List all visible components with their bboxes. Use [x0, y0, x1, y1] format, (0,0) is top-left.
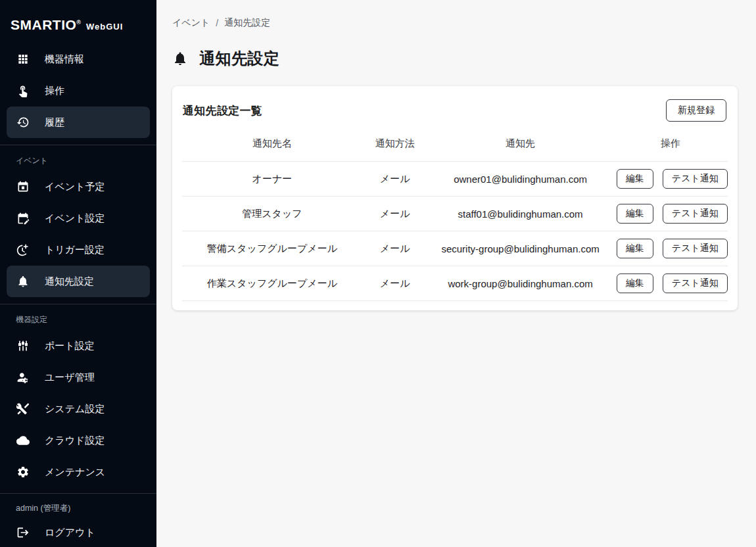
sidebar-item-label: イベント設定 — [45, 212, 105, 225]
grid-icon — [16, 52, 30, 66]
table-row: 警備スタッフグループメール メール security-group@bulidin… — [182, 231, 728, 266]
sidebar: SMARTIO® WebGUI 機器情報 操作 履歴 イベント イベント予定 — [0, 0, 156, 547]
sidebar-item-trigger-settings[interactable]: トリガー設定 — [7, 234, 150, 266]
page-title: 通知先設定 — [199, 48, 280, 69]
cell-name: オーナー — [182, 162, 362, 197]
cell-name: 警備スタッフグループメール — [182, 231, 362, 266]
brand-name: SMARTIO — [11, 17, 76, 33]
cell-name: 管理スタッフ — [182, 197, 362, 231]
touch-icon — [16, 83, 30, 98]
sidebar-item-label: メンテナンス — [45, 466, 105, 479]
column-header-name: 通知先名 — [182, 128, 362, 162]
cell-destination: security-group@bulidinghuman.com — [427, 231, 613, 266]
cell-actions: 編集 テスト通知 — [613, 231, 728, 266]
tools-icon — [16, 402, 30, 416]
sidebar-item-label: イベント予定 — [45, 181, 105, 193]
clock-plus-icon — [16, 243, 30, 257]
page-title-row: 通知先設定 — [172, 48, 738, 69]
sidebar-item-label: 履歴 — [45, 116, 64, 129]
breadcrumb: イベント / 通知先設定 — [172, 17, 738, 29]
cloud-icon — [16, 433, 30, 448]
calendar-event-icon — [16, 179, 30, 194]
account-label: admin (管理者) — [0, 494, 156, 517]
breadcrumb-current: 通知先設定 — [224, 17, 270, 29]
sidebar-section-event: イベント — [0, 145, 156, 171]
sidebar-item-operation[interactable]: 操作 — [7, 75, 150, 107]
registered-mark: ® — [76, 19, 81, 26]
cell-destination: staff01@bulidinghuman.com — [427, 197, 613, 231]
sidebar-item-user-management[interactable]: ユーザ管理 — [7, 362, 150, 393]
edit-button[interactable]: 編集 — [617, 239, 653, 258]
test-notify-button[interactable]: テスト通知 — [663, 204, 728, 224]
bell-icon — [172, 51, 188, 66]
cell-destination: owner01@bulidinghuman.com — [427, 162, 613, 197]
test-notify-button[interactable]: テスト通知 — [663, 169, 728, 189]
sidebar-item-event-settings[interactable]: イベント設定 — [7, 202, 150, 234]
sidebar-item-event-schedule[interactable]: イベント予定 — [7, 171, 150, 202]
main-content: イベント / 通知先設定 通知先設定 通知先設定一覧 新規登録 通知先名 通知方… — [156, 0, 756, 547]
new-registration-button[interactable]: 新規登録 — [666, 99, 726, 122]
sidebar-item-label: 操作 — [45, 85, 64, 97]
cell-actions: 編集 テスト通知 — [613, 197, 728, 231]
test-notify-button[interactable]: テスト通知 — [663, 274, 728, 293]
gear-icon — [16, 465, 30, 479]
table-row: オーナー メール owner01@bulidinghuman.com 編集 テス… — [182, 162, 728, 197]
sidebar-item-device-info[interactable]: 機器情報 — [7, 43, 150, 75]
sidebar-account-section: admin (管理者) ログアウト — [0, 488, 156, 547]
sidebar-item-label: 機器情報 — [45, 53, 84, 66]
sidebar-item-label: 通知先設定 — [45, 275, 94, 288]
brand-suffix: WebGUI — [86, 22, 123, 32]
user-gear-icon — [16, 370, 30, 385]
sidebar-item-maintenance[interactable]: メンテナンス — [7, 456, 150, 488]
table-row: 管理スタッフ メール staff01@bulidinghuman.com 編集 … — [182, 197, 728, 231]
sidebar-nav: 機器情報 操作 履歴 イベント イベント予定 イベント設定 — [0, 33, 156, 547]
table-row: 作業スタッフグループメール メール work-group@bulidinghum… — [182, 266, 728, 301]
app-root: SMARTIO® WebGUI 機器情報 操作 履歴 イベント イベント予定 — [0, 0, 756, 547]
cell-method: メール — [362, 266, 428, 301]
cell-name: 作業スタッフグループメール — [182, 266, 362, 301]
cell-method: メール — [362, 197, 428, 231]
sidebar-section-device-settings: 機器設定 — [0, 304, 156, 330]
sidebar-item-port-settings[interactable]: ポート設定 — [7, 330, 150, 362]
sidebar-item-label: クラウド設定 — [45, 435, 105, 447]
notification-list-card: 通知先設定一覧 新規登録 通知先名 通知方法 通知先 操作 — [172, 86, 738, 310]
cell-actions: 編集 テスト通知 — [613, 162, 728, 197]
sliders-icon — [16, 339, 30, 353]
sidebar-item-label: システム設定 — [45, 403, 105, 416]
table-header-row: 通知先名 通知方法 通知先 操作 — [182, 128, 728, 162]
card-title: 通知先設定一覧 — [183, 103, 262, 118]
breadcrumb-parent[interactable]: イベント — [172, 17, 210, 29]
edit-button[interactable]: 編集 — [617, 274, 653, 293]
column-header-actions: 操作 — [613, 128, 728, 162]
edit-button[interactable]: 編集 — [617, 204, 653, 224]
notification-table: 通知先名 通知方法 通知先 操作 オーナー メール owner01@bulidi… — [182, 128, 728, 301]
cell-method: メール — [362, 162, 428, 197]
column-header-destination: 通知先 — [427, 128, 613, 162]
test-notify-button[interactable]: テスト通知 — [663, 239, 728, 258]
cell-destination: work-group@bulidinghuman.com — [427, 266, 613, 301]
cell-actions: 編集 テスト通知 — [613, 266, 728, 301]
logout-icon — [16, 525, 30, 540]
sidebar-item-logout[interactable]: ログアウト — [7, 517, 150, 547]
breadcrumb-separator: / — [216, 18, 218, 28]
sidebar-item-label: ユーザ管理 — [45, 371, 95, 384]
sidebar-item-system-settings[interactable]: システム設定 — [7, 393, 150, 425]
sidebar-item-notification-settings[interactable]: 通知先設定 — [7, 266, 150, 297]
sidebar-item-label: トリガー設定 — [45, 244, 105, 256]
calendar-edit-icon — [16, 211, 30, 226]
column-header-method: 通知方法 — [362, 128, 428, 162]
sidebar-item-history[interactable]: 履歴 — [7, 107, 150, 138]
history-icon — [16, 115, 30, 130]
cell-method: メール — [362, 231, 428, 266]
bell-icon — [16, 274, 30, 289]
sidebar-item-label: ログアウト — [45, 527, 95, 539]
card-header: 通知先設定一覧 新規登録 — [182, 99, 728, 122]
sidebar-item-label: ポート設定 — [45, 340, 95, 352]
sidebar-item-cloud-settings[interactable]: クラウド設定 — [7, 425, 150, 456]
edit-button[interactable]: 編集 — [617, 169, 653, 189]
app-logo: SMARTIO® WebGUI — [0, 0, 156, 33]
